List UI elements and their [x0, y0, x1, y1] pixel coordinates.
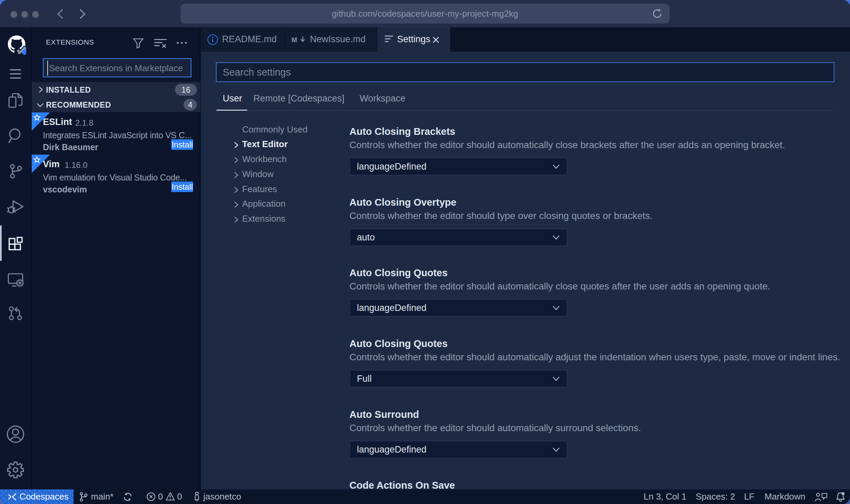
svg-text:M: M [292, 36, 297, 44]
